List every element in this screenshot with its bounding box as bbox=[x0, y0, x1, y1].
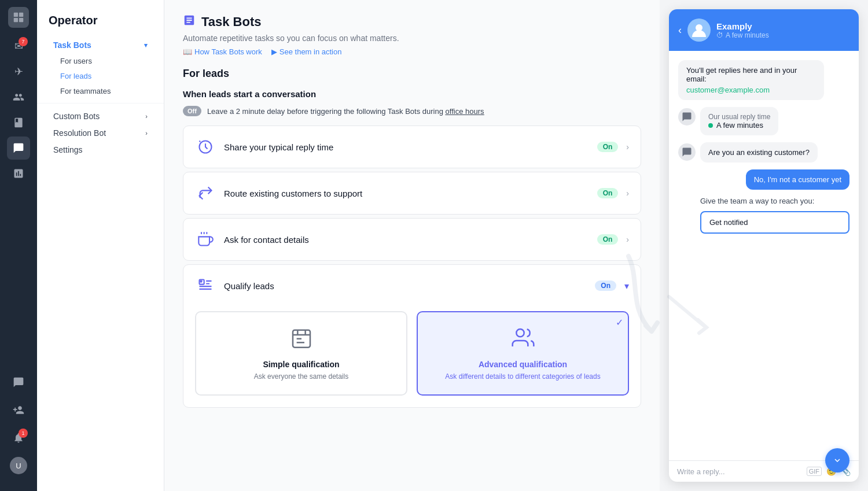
sidebar-sub-for-leads[interactable]: For leads bbox=[42, 69, 159, 83]
how-task-bots-link[interactable]: 📖 How Task Bots work bbox=[183, 47, 262, 56]
sidebar-item-task-bots[interactable]: Task Bots ▾ bbox=[42, 37, 159, 53]
add-users-bottom-icon[interactable] bbox=[7, 398, 30, 422]
route-status: On bbox=[597, 188, 619, 198]
sidebar-item-resolution-bot[interactable]: Resolution Bot › bbox=[42, 125, 159, 141]
task-card-reply-time[interactable]: Share your typical reply time On › bbox=[183, 125, 641, 168]
reply-time-message: Our usual reply time A few minutes bbox=[678, 107, 849, 135]
delay-row: Off Leave a 2 minute delay before trigge… bbox=[183, 106, 641, 116]
info-message: You'll get replies here and in your emai… bbox=[678, 60, 824, 100]
reach-you-message: Give the team a way to reach you: Get no… bbox=[678, 197, 849, 234]
page-title-icon bbox=[183, 14, 196, 30]
chat-header: ‹ Examply ⏱ A few minutes bbox=[669, 9, 859, 51]
info-text: You'll get replies here and in your emai… bbox=[686, 66, 816, 83]
reach-you-content: Give the team a way to reach you: Get no… bbox=[700, 197, 849, 234]
route-label: Route existing customers to support bbox=[224, 189, 583, 198]
bot-avatar-2-icon bbox=[678, 143, 696, 161]
existing-customer-bubble: Are you an existing customer? bbox=[700, 142, 818, 163]
reply-time-bubble: Our usual reply time A few minutes bbox=[700, 107, 778, 135]
task-bots-label: Task Bots bbox=[53, 40, 91, 50]
svg-rect-0 bbox=[14, 13, 18, 17]
delay-text: Leave a 2 minute delay before triggering… bbox=[207, 107, 484, 116]
qualify-label: Qualify leads bbox=[224, 281, 581, 291]
simple-qualification-option[interactable]: Simple qualification Ask everyone the sa… bbox=[195, 311, 407, 396]
messages-bottom-icon[interactable] bbox=[7, 371, 30, 394]
qualify-status: On bbox=[595, 280, 616, 291]
users-icon[interactable] bbox=[7, 86, 30, 109]
advanced-qual-title: Advanced qualification bbox=[427, 360, 619, 369]
chat-input-placeholder[interactable]: Write a reply... bbox=[677, 467, 802, 476]
simple-qual-title: Simple qualification bbox=[205, 360, 397, 369]
resolution-bot-chevron: › bbox=[145, 130, 148, 136]
sidebar-sub-for-teammates[interactable]: For teammates bbox=[42, 84, 159, 98]
chat-company-name: Examply bbox=[716, 21, 849, 31]
task-bots-chevron: ▾ bbox=[144, 42, 148, 49]
book-icon[interactable] bbox=[7, 111, 30, 134]
reply-time-label: Share your typical reply time bbox=[224, 142, 583, 152]
svg-rect-2 bbox=[14, 18, 18, 22]
user-reply-bubble: No, I'm not a customer yet bbox=[746, 169, 849, 190]
chat-header-info: Examply ⏱ A few minutes bbox=[716, 21, 849, 39]
reply-time-chevron: › bbox=[626, 142, 629, 152]
qualify-header[interactable]: Qualify leads On ▾ bbox=[183, 265, 641, 307]
preview-panel: ‹ Examply ⏱ A few minutes bbox=[660, 0, 868, 491]
user-reply-row: No, I'm not a customer yet bbox=[678, 169, 849, 190]
reply-time-status: On bbox=[597, 142, 619, 152]
task-card-contact[interactable]: Ask for contact details On › bbox=[183, 218, 641, 261]
qualify-icon bbox=[195, 275, 216, 296]
sidebar-sub-for-users[interactable]: For users bbox=[42, 54, 159, 68]
bell-badge: 1 bbox=[19, 429, 28, 438]
advanced-qual-checkmark: ✓ bbox=[616, 317, 623, 328]
gif-icon[interactable]: GIF bbox=[807, 467, 822, 476]
page-title-row: Task Bots bbox=[183, 14, 641, 30]
advanced-qual-desc: Ask different details to different categ… bbox=[427, 372, 619, 381]
sidebar-item-custom-bots[interactable]: Custom Bots › bbox=[42, 108, 159, 124]
bell-bottom-icon[interactable]: 1 bbox=[7, 426, 30, 449]
route-icon bbox=[195, 183, 216, 204]
sidebar-item-settings[interactable]: Settings bbox=[42, 142, 159, 158]
reply-time-icon bbox=[195, 136, 216, 157]
when-label: When leads start a conversation bbox=[183, 89, 641, 99]
sidebar: Operator Task Bots ▾ For users For leads… bbox=[37, 0, 164, 491]
simple-qual-desc: Ask everyone the same details bbox=[205, 372, 397, 381]
see-in-action-link[interactable]: ▶ See them in action bbox=[271, 47, 342, 56]
customer-email: customer@example.com bbox=[686, 86, 816, 94]
route-chevron: › bbox=[626, 189, 629, 198]
main-content: Task Bots Automate repetitive tasks so y… bbox=[164, 0, 660, 491]
app-logo[interactable] bbox=[8, 7, 29, 28]
bot-avatar-icon bbox=[678, 108, 696, 125]
routes-icon[interactable]: ✈ bbox=[7, 60, 30, 83]
chat-window: ‹ Examply ⏱ A few minutes bbox=[669, 9, 859, 482]
svg-point-6 bbox=[200, 280, 201, 282]
sidebar-title: Operator bbox=[37, 9, 164, 36]
chat-body[interactable]: You'll get replies here and in your emai… bbox=[669, 51, 859, 460]
contact-icon bbox=[195, 229, 216, 250]
user-avatar-icon[interactable]: U bbox=[7, 454, 30, 477]
analytics-icon[interactable] bbox=[7, 162, 30, 185]
inbox-icon[interactable]: ✉ 7 bbox=[7, 35, 30, 58]
chat-back-button[interactable]: ‹ bbox=[678, 24, 682, 36]
svg-point-8 bbox=[516, 329, 524, 337]
office-hours-link[interactable]: office hours bbox=[446, 107, 484, 116]
contact-chevron: › bbox=[626, 235, 629, 244]
qualify-collapse-chevron[interactable]: ▾ bbox=[624, 280, 629, 291]
reply-time-dot bbox=[708, 123, 713, 128]
delay-toggle-btn[interactable]: Off bbox=[183, 106, 201, 116]
task-card-route[interactable]: Route existing customers to support On › bbox=[183, 172, 641, 215]
operator-icon[interactable] bbox=[7, 136, 30, 160]
get-notified-btn[interactable]: Get notified bbox=[700, 211, 849, 234]
existing-customer-message: Are you an existing customer? bbox=[678, 142, 849, 163]
reach-you-label: Give the team a way to reach you: bbox=[700, 197, 849, 205]
advanced-qual-icon bbox=[427, 326, 619, 354]
svg-rect-3 bbox=[19, 18, 23, 22]
inbox-badge: 7 bbox=[19, 37, 28, 46]
page-subtitle: Automate repetitive tasks so you can foc… bbox=[183, 34, 641, 43]
qualification-options: Simple qualification Ask everyone the sa… bbox=[195, 311, 629, 396]
custom-bots-chevron: › bbox=[145, 113, 148, 120]
reply-time-msg-label: Our usual reply time bbox=[708, 113, 770, 121]
chat-header-time: ⏱ A few minutes bbox=[716, 31, 849, 39]
advanced-qualification-option[interactable]: ✓ Advanced qualification Ask different d… bbox=[417, 311, 629, 396]
chat-avatar bbox=[687, 19, 711, 42]
scroll-down-button[interactable] bbox=[825, 448, 849, 472]
qualify-leads-card: Qualify leads On ▾ Simple qualification … bbox=[183, 264, 641, 408]
page-header: Task Bots Automate repetitive tasks so y… bbox=[183, 14, 641, 56]
